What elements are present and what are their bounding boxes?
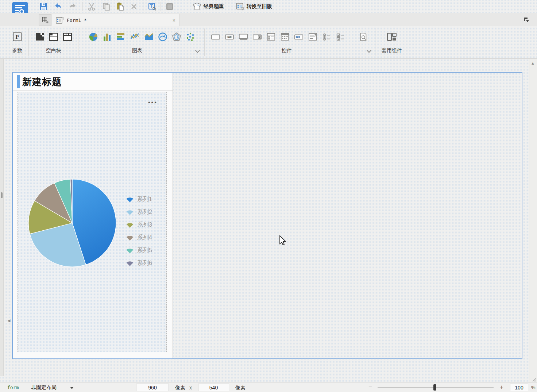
column-chart-button[interactable] [103, 32, 112, 42]
zoom-percent-label: % [531, 385, 536, 390]
chart-legend: 系列1系列2系列3系列4系列5系列6 [126, 193, 152, 270]
tab-block-button[interactable] [49, 32, 58, 42]
line-chart-button[interactable] [130, 32, 140, 42]
legend-item-2[interactable]: 系列2 [126, 206, 152, 219]
chart-block[interactable]: ••• 系列1系列2系列3系列4系列5系列6 [18, 92, 167, 352]
tab-block-icon [49, 32, 58, 42]
canvas-height-input[interactable] [198, 384, 229, 391]
combobox-widget-button[interactable] [252, 32, 262, 42]
reuse-component-button[interactable] [386, 32, 398, 42]
zoom-in-button[interactable]: + [500, 384, 503, 391]
pie-chart-icon [89, 32, 98, 42]
delete-button[interactable] [128, 1, 139, 12]
ribbon-separator [28, 28, 29, 56]
widget-style-button[interactable] [164, 1, 175, 12]
legend-label: 系列6 [137, 260, 152, 267]
absolute-block-button[interactable] [35, 32, 45, 42]
form-canvas[interactable]: 新建标题 ••• 系列1系列2系列3系列4系列5系列6 [12, 72, 522, 359]
label-widget-button[interactable]: lab [225, 32, 234, 42]
query-widget-button[interactable] [359, 32, 368, 42]
radiogroup-widget-button[interactable] [322, 32, 331, 42]
charts-expand-chevron-icon[interactable] [196, 49, 199, 53]
group-label-blank-blocks: 空白块 [38, 47, 69, 54]
scroll-up-icon[interactable]: ▲ [531, 61, 535, 65]
resize-grip-icon[interactable] [531, 377, 536, 382]
left-panel-splitter[interactable] [0, 59, 4, 376]
scatter-chart-button[interactable] [186, 32, 195, 42]
paste-button[interactable] [115, 1, 125, 12]
combobox-icon [252, 32, 262, 42]
pie-chart[interactable] [28, 178, 117, 268]
new-form-tab-button[interactable] [39, 14, 51, 26]
area-chart-icon [144, 32, 154, 42]
ribbon-separator [204, 28, 205, 56]
legend-item-3[interactable]: 系列3 [126, 219, 152, 231]
reuse-component-icon [386, 32, 397, 42]
tab-title: Form1 * [67, 18, 87, 23]
redo-button[interactable] [67, 1, 78, 12]
legend-item-5[interactable]: 系列5 [126, 244, 152, 257]
convert-old-version-button[interactable]: 转换至旧版 [234, 1, 274, 12]
save-icon [39, 2, 48, 11]
canvas-empty-region[interactable] [173, 73, 522, 358]
tab-close-icon[interactable]: × [173, 18, 175, 23]
checkboxgroup-widget-button[interactable] [336, 32, 345, 42]
report-block-button[interactable] [63, 32, 72, 42]
listbox-widget-button[interactable] [308, 32, 317, 42]
undo-button[interactable] [53, 1, 63, 12]
parameter-pane-button[interactable]: P [12, 32, 22, 42]
legend-fan-icon [126, 209, 134, 215]
form-widget-button[interactable] [266, 32, 276, 42]
legend-item-6[interactable]: 系列6 [126, 257, 152, 270]
textarea-widget-button[interactable] [239, 32, 248, 42]
datepicker-widget-button[interactable] [280, 32, 290, 42]
canvas-width-input[interactable] [136, 384, 169, 391]
line-chart-icon [130, 32, 140, 42]
format-painter-button[interactable] [147, 1, 158, 12]
radar-chart-button[interactable] [172, 32, 181, 42]
theme-button[interactable]: 经典稳重 [191, 1, 225, 12]
zoom-slider-thumb[interactable] [433, 384, 436, 391]
calendar-icon [280, 32, 290, 42]
legend-label: 系列2 [137, 208, 152, 216]
title-block[interactable]: 新建标题 [13, 73, 173, 91]
convert-icon [236, 3, 244, 11]
undo-icon [54, 2, 62, 11]
legend-item-1[interactable]: 系列1 [126, 193, 152, 206]
widgets-expand-chevron-icon[interactable] [367, 49, 371, 53]
pie-chart-button[interactable] [89, 32, 98, 42]
legend-fan-icon [126, 260, 134, 266]
copy-button[interactable] [101, 1, 112, 12]
document-tab-bar: Form1 * × [0, 13, 537, 26]
area-chart-button[interactable] [144, 32, 154, 42]
legend-fan-icon [126, 222, 134, 228]
cut-button[interactable] [86, 1, 97, 12]
theme-button-label: 经典稳重 [204, 3, 224, 10]
title-accent-bar [17, 75, 20, 88]
layout-dropdown-caret-icon[interactable] [70, 387, 74, 389]
tab-form1[interactable]: Form1 * × [52, 14, 179, 26]
tshirt-icon [193, 3, 201, 11]
textarea-icon [239, 32, 248, 42]
toolbar-separator [161, 2, 161, 11]
dock-panel-icon[interactable] [522, 16, 530, 24]
copy-icon [102, 2, 111, 11]
height-unit-label: 像素 [235, 385, 246, 391]
layout-mode-dropdown[interactable]: 非固定布局 [31, 384, 57, 391]
legend-item-4[interactable]: 系列4 [126, 231, 152, 244]
vertical-scrollbar[interactable]: ▲ [529, 59, 537, 383]
zoom-out-button[interactable]: − [368, 384, 372, 391]
scroll-left-icon[interactable]: ◀ [7, 318, 10, 323]
save-button[interactable] [38, 1, 49, 12]
bar-chart-icon [116, 32, 126, 42]
group-label-charts: 图表 [123, 47, 152, 54]
chart-more-button[interactable]: ••• [148, 100, 158, 105]
gauge-chart-button[interactable] [158, 32, 167, 42]
report-block-icon [63, 32, 72, 42]
group-label-reuse-components: 套用组件 [376, 47, 407, 54]
zoom-value-input[interactable] [510, 384, 528, 391]
textfield-widget-button[interactable] [211, 32, 220, 42]
bar-chart-button[interactable] [116, 32, 126, 42]
splitter-grip[interactable] [1, 192, 3, 198]
number-widget-button[interactable]: 123 [294, 32, 304, 42]
